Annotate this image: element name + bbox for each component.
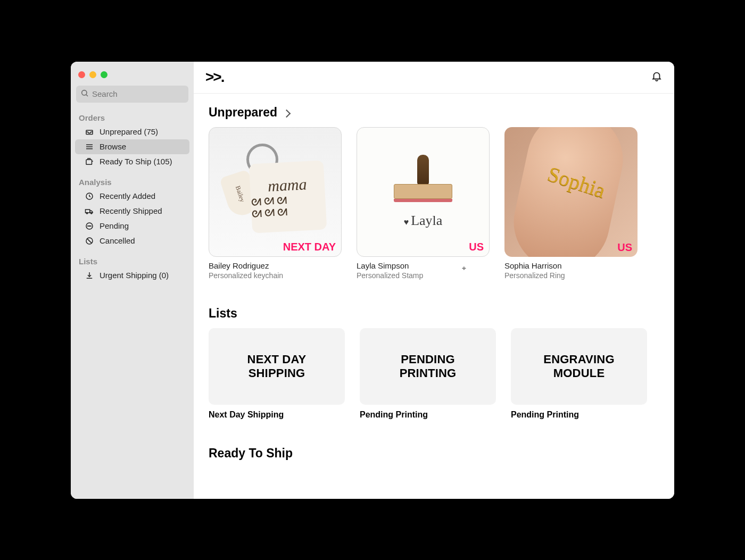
nav-heading-orders: Orders (71, 109, 194, 124)
list-tile-label: Next Day Shipping (209, 410, 345, 420)
order-thumbnail: Layla US (357, 127, 490, 257)
sidebar-item-ready-to-ship[interactable]: Ready To Ship (105) (71, 154, 194, 169)
topbar: >>. (194, 62, 674, 94)
minimize-icon[interactable] (89, 71, 96, 78)
list-tile-line1: NEXT DAY (247, 353, 307, 366)
order-customer-name: Bailey Rodriguez (209, 261, 342, 270)
order-product-desc: Personalized Ring (504, 271, 638, 280)
list-tile-box: PENDING PRINTING (360, 328, 496, 405)
app-logo: >>. (205, 69, 224, 86)
svg-point-12 (88, 225, 88, 226)
stamp-icon: Layla (394, 155, 452, 229)
section-unprepared-title[interactable]: Unprepared (209, 105, 659, 120)
lists-tiles: NEXT DAY SHIPPING Next Day Shipping PEND… (209, 328, 659, 420)
app-window: Orders Unprepared (75) Browse (71, 62, 674, 499)
shipping-badge: US (617, 241, 632, 254)
nav-section-lists: Lists Urgent Shipping (0) (71, 250, 194, 285)
order-thumbnail: Bailey mama ᘛᘛᘛ ᘛᘛᘛ NEXT DAY (209, 127, 342, 257)
download-icon (85, 271, 94, 280)
list-tile-label: Pending Printing (360, 410, 496, 420)
nav-heading-analysis: Analysis (71, 173, 194, 189)
search-input[interactable] (92, 89, 184, 98)
search-input-wrapper[interactable] (76, 86, 188, 103)
order-product-desc: Personalized Stamp (357, 271, 490, 280)
nav-heading-lists: Lists (71, 253, 194, 268)
main-area: >>. Unprepared Bailey (194, 62, 674, 499)
sidebar-item-label: Pending (100, 221, 129, 230)
section-title-text: Ready To Ship (209, 446, 293, 461)
section-ready-title[interactable]: Ready To Ship (209, 446, 659, 461)
nav-section-analysis: Analysis Recently Added Recently Shipped (71, 171, 194, 250)
truck-icon (85, 206, 94, 216)
sidebar-item-label: Ready To Ship (105) (100, 157, 172, 166)
list-tile-line2: MODULE (553, 366, 605, 380)
keychain-main-text: mama (267, 175, 307, 195)
search-icon (80, 89, 89, 99)
list-tile[interactable]: PENDING PRINTING Pending Printing (360, 328, 496, 420)
order-card[interactable]: Layla US Layla Simpson Personalized Stam… (357, 127, 490, 280)
sidebar-item-cancelled[interactable]: Cancelled (71, 233, 194, 248)
sidebar-item-label: Browse (100, 142, 126, 151)
list-tile-line1: PENDING (401, 353, 455, 366)
shipping-badge: NEXT DAY (283, 241, 336, 253)
cursor-icon: ⌖ (462, 264, 466, 273)
sidebar-item-label: Recently Shipped (100, 206, 162, 215)
chevron-right-icon (280, 105, 289, 120)
sidebar-item-urgent-shipping[interactable]: Urgent Shipping (0) (71, 268, 194, 283)
svg-point-0 (82, 90, 87, 95)
content: Unprepared Bailey mama ᘛᘛᘛ ᘛᘛᘛ NEXT DAY (194, 94, 674, 468)
order-customer-name: Layla Simpson (357, 261, 490, 270)
svg-rect-6 (86, 160, 92, 164)
svg-line-1 (86, 95, 88, 96)
stamp-script-text: Layla (404, 213, 443, 229)
sidebar-item-label: Unprepared (75) (100, 127, 158, 136)
order-customer-name: Sophia Harrison (504, 261, 638, 270)
tray-icon (85, 127, 94, 137)
sidebar-item-pending[interactable]: Pending (71, 219, 194, 233)
section-lists-title: Lists (209, 306, 659, 321)
keychain-pattern: ᘛᘛᘛ ᘛᘛᘛ (251, 192, 326, 219)
unprepared-cards: Bailey mama ᘛᘛᘛ ᘛᘛᘛ NEXT DAY Bailey Rodr… (209, 127, 659, 280)
list-tile-line2: PRINTING (400, 366, 457, 380)
sidebar-item-label: Recently Added (100, 191, 155, 200)
sidebar-item-label: Cancelled (100, 236, 135, 245)
svg-point-14 (90, 225, 91, 226)
cancel-icon (85, 236, 94, 246)
package-icon (85, 157, 94, 166)
window-controls (71, 67, 194, 86)
sidebar-item-recently-added[interactable]: Recently Added (71, 189, 194, 204)
close-icon[interactable] (78, 71, 85, 78)
sidebar-item-label: Urgent Shipping (0) (100, 271, 169, 280)
nav-section-orders: Orders Unprepared (75) Browse (71, 107, 194, 171)
keychain-tag: mama ᘛᘛᘛ ᘛᘛᘛ (249, 160, 327, 233)
list-tile-box: ENGRAVING MODULE (511, 328, 647, 405)
shipping-badge: US (469, 241, 484, 253)
list-tile[interactable]: ENGRAVING MODULE Pending Printing (511, 328, 647, 420)
order-thumbnail: Sophia US (504, 127, 638, 257)
clock-icon (85, 191, 94, 201)
list-tile-line2: SHIPPING (249, 366, 305, 380)
svg-line-16 (87, 238, 92, 243)
order-card[interactable]: Bailey mama ᘛᘛᘛ ᘛᘛᘛ NEXT DAY Bailey Rodr… (209, 127, 342, 280)
sidebar-item-browse[interactable]: Browse (75, 139, 189, 154)
section-title-text: Lists (209, 306, 237, 321)
svg-point-13 (89, 225, 89, 226)
menu-icon (85, 142, 94, 152)
section-title-text: Unprepared (209, 105, 277, 120)
list-tile-label: Pending Printing (511, 410, 647, 420)
bell-icon[interactable] (651, 70, 663, 84)
list-tile-line1: ENGRAVING (543, 353, 614, 366)
sidebar: Orders Unprepared (75) Browse (71, 62, 194, 499)
sidebar-item-unprepared[interactable]: Unprepared (75) (71, 124, 194, 139)
zoom-icon[interactable] (101, 71, 107, 78)
list-tile[interactable]: NEXT DAY SHIPPING Next Day Shipping (209, 328, 345, 420)
order-product-desc: Personalized keychain (209, 271, 342, 280)
list-tile-box: NEXT DAY SHIPPING (209, 328, 345, 405)
order-card[interactable]: Sophia US Sophia Harrison Personalized R… (504, 127, 638, 280)
dots-icon (85, 221, 94, 231)
sidebar-item-recently-shipped[interactable]: Recently Shipped (71, 204, 194, 219)
svg-rect-8 (86, 210, 90, 213)
